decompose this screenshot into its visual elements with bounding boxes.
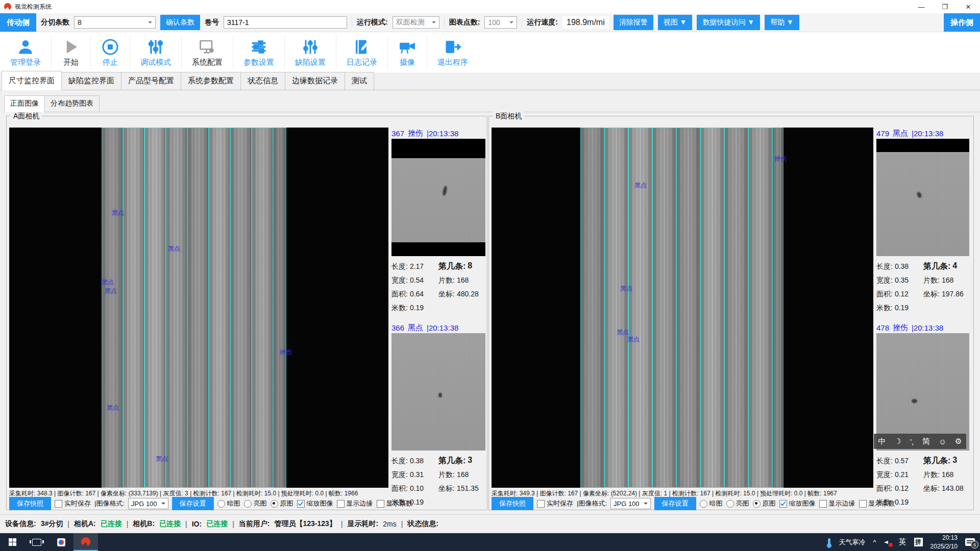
defect-type: 黑点 [408,323,423,333]
ime-punctuation-button[interactable]: ’, [910,437,914,446]
tab-system-param-config[interactable]: 系统参数配置 [181,72,241,90]
ime-indicator[interactable]: 拼 [914,538,923,546]
slit-count-dropdown[interactable]: 8 [74,16,156,29]
tab-edge-data-record[interactable]: 边缘数据记录 [285,72,345,90]
maximize-button[interactable]: ❐ [933,0,957,13]
image-format-dropdown[interactable]: JPG 100 [128,498,168,509]
admin-login-button[interactable]: 管理登录 [0,36,51,69]
show-strip-count-checkbox[interactable] [859,500,867,508]
tab-distribution-trend-chart[interactable]: 分布趋势图表 [44,95,100,112]
weather-text[interactable]: 天气寒冷 [839,538,866,547]
bright-image-radio[interactable] [726,500,734,508]
capture-button[interactable]: 摄像 [387,36,427,69]
image-format-dropdown[interactable]: JPG 100 [610,498,651,509]
data-quick-access-menu-button[interactable]: 数据快捷访问 ▼ [697,15,760,30]
dark-image-radio[interactable] [700,500,707,508]
zoom-image-checkbox[interactable] [779,500,787,508]
defect-thumbnail [876,139,969,256]
tab-front-image[interactable]: 正面图像 [4,95,45,112]
run-mode-dropdown[interactable]: 双面检测 [393,16,439,29]
clock[interactable]: 20:13 2025/2/10 [930,534,958,550]
close-button[interactable]: ✕ [957,0,980,13]
window-title: 视觉检测系统 [15,3,52,11]
defect-area: 0.64 [410,290,424,299]
show-strip-count-checkbox[interactable] [377,500,384,508]
taskbar-app-button[interactable] [49,533,74,551]
minimize-button[interactable]: — [910,0,933,13]
chart-points-dropdown[interactable]: 100 [484,16,517,29]
show-edge-checkbox[interactable] [337,500,345,508]
system-config-button[interactable]: 系统配置 [181,36,233,69]
debug-mode-button[interactable]: 调试模式 [130,36,181,69]
original-image-radio[interactable] [271,500,278,508]
material-strip [123,128,144,488]
stop-button[interactable]: 停止 [90,36,130,69]
camera-b-label: 相机B: [133,519,155,529]
system-config-icon [198,38,216,56]
notification-center-icon[interactable]: 6 [965,538,975,546]
material-strip [772,128,783,488]
run-mode-label: 运行模式: [357,18,388,27]
tab-defect-monitor[interactable]: 缺陷监控界面 [61,72,121,90]
tab-product-model-config[interactable]: 产品型号配置 [121,72,181,90]
ime-mode-button[interactable]: 中 [878,437,886,446]
defect-card-info: 长度:2.17 第几条:8 宽度:0.54 片数:168 面积:0.64 坐标:… [391,256,485,315]
save-settings-button[interactable]: 保存设置 [654,497,696,510]
display-time-value: 2ms [383,520,396,528]
ime-simplified-button[interactable]: 简 [922,437,930,446]
tab-size-monitor[interactable]: 尺寸监控界面 [2,71,62,90]
parameter-settings-button[interactable]: 参数设置 [233,36,284,69]
roll-number-input[interactable] [224,16,347,29]
window-controls: — ❐ ✕ [910,0,980,13]
run-speed-value: 198.9m/mi [562,16,609,29]
clear-alarm-button[interactable]: 清除报警 [614,15,653,30]
speaker-muted-icon[interactable] [884,539,891,545]
view-menu-button[interactable]: 视图 ▼ [658,15,693,30]
show-edge-checkbox[interactable] [819,500,827,508]
save-snapshot-button[interactable]: 保存快照 [492,497,533,510]
defect-piece: 168 [457,470,469,480]
icon-toolbar: 管理登录 开始 停止 调试模式 系统配置 参数设置 缺陷设置 日志记录 摄像 退… [0,32,980,73]
display-time-label: 显示耗时: [348,519,379,529]
tab-test[interactable]: 测试 [345,72,374,90]
save-settings-button[interactable]: 保存设置 [172,497,214,510]
tab-status-info[interactable]: 状态信息 [240,72,285,90]
tray-expand-button[interactable]: ^ [873,538,876,546]
dark-image-radio[interactable] [217,500,225,508]
defect-settings-button[interactable]: 缺陷设置 [284,36,336,69]
defect-width: 0.31 [410,470,424,480]
zoom-image-checkbox[interactable] [297,500,305,508]
defect-label: 黑点 [620,284,632,293]
realtime-save-checkbox[interactable] [55,500,62,508]
clock-date: 2025/2/10 [930,543,958,550]
toolbar-separator [522,17,522,28]
exit-program-button[interactable]: 退出程序 [427,36,478,69]
realtime-save-checkbox[interactable] [537,500,545,508]
ime-fullwidth-button[interactable]: ☽ [894,437,901,446]
thumb-black-band [391,242,485,256]
task-view-button[interactable] [24,533,49,551]
parameter-sliders-icon [250,38,268,56]
ime-settings-button[interactable]: ⚙ [955,437,962,446]
defect-coord: 143.08 [942,484,964,493]
taskbar-active-app-button[interactable] [74,533,98,551]
thumb-black-band [391,139,485,158]
weather-thermometer-icon[interactable] [828,538,830,546]
operator-side-button[interactable]: 操作侧 [944,13,980,32]
bright-image-radio[interactable] [244,500,252,508]
start-button[interactable] [0,533,24,551]
confirm-count-button[interactable]: 确认条数 [160,15,200,30]
drive-side-button[interactable]: 传动侧 [0,13,36,32]
defect-label: 黑点 [112,209,124,217]
defect-area: 0.10 [410,484,424,493]
log-record-button[interactable]: 日志记录 [336,36,387,69]
defect-label: 黑点 [627,335,640,344]
ime-emoji-button[interactable]: ☺ [939,437,946,446]
help-menu-button[interactable]: 帮助 ▼ [765,15,799,30]
app-logo-icon [4,3,11,10]
start-button[interactable]: 开始 [51,36,90,69]
save-snapshot-button[interactable]: 保存快照 [9,497,51,510]
language-indicator[interactable]: 英 [899,537,906,547]
state-info-label: 状态信息: [407,519,438,529]
original-image-radio[interactable] [753,500,761,508]
